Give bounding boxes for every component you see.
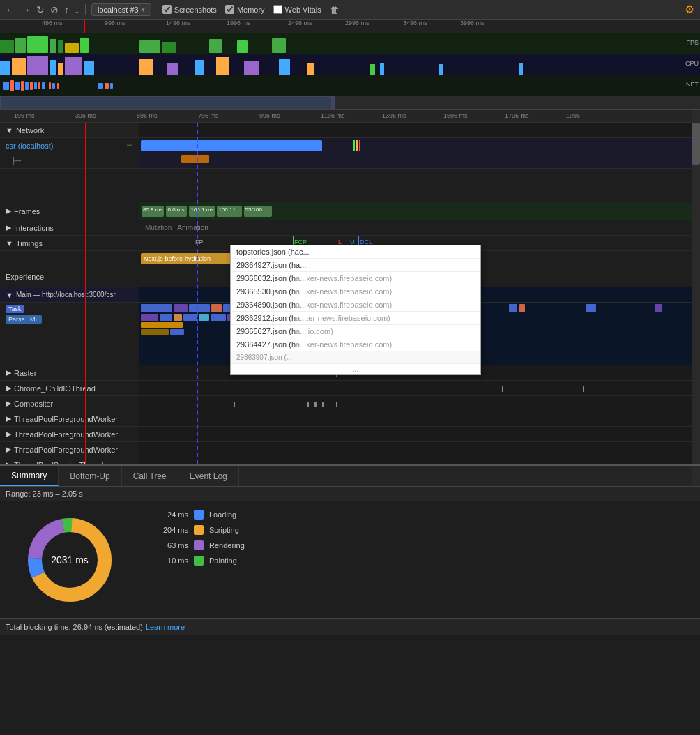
overview-scroll[interactable] [0, 96, 700, 109]
animation-tab[interactable]: Animation [177, 224, 208, 232]
parse-button[interactable]: Parse...ML [6, 315, 42, 324]
tp-content-1 [139, 411, 700, 426]
task-button[interactable]: Task [6, 305, 24, 313]
rendering-color [194, 540, 204, 550]
interactions-row[interactable]: ▶ Interactions Mutation Animation [0, 220, 700, 236]
svg-rect-17 [65, 57, 82, 75]
ts-content [139, 457, 700, 464]
nextjs-bar-text: Next.js-before-hydration [144, 255, 211, 262]
compositor-label[interactable]: ▶ Compositor [0, 397, 139, 409]
svg-rect-60 [183, 314, 197, 321]
dropdown-item-29364927[interactable]: 29364927.json (ha... [231, 259, 480, 272]
interactions-collapse-arrow[interactable]: ▶ [6, 223, 11, 232]
thread-pool-label-2[interactable]: ▶ ThreadPoolForegroundWorker [0, 428, 139, 440]
loading-color [194, 510, 204, 520]
dropdown-item-partial[interactable]: 29363907.json (... [231, 351, 480, 364]
svg-rect-72 [141, 322, 183, 328]
network-collapse-arrow[interactable]: ▼ [6, 126, 13, 135]
ts-expand[interactable]: ▶ [6, 460, 11, 464]
status-bar: Total blocking time: 26.94ms (estimated)… [0, 618, 700, 635]
dropdown-item-29362912[interactable]: 29362912.json (ha...ter-news.firebaseio.… [231, 312, 480, 325]
frames-collapse-arrow[interactable]: ▶ [6, 206, 11, 215]
thread-pool-row-3[interactable]: ▶ ThreadPoolForegroundWorker [0, 442, 700, 457]
frames-label-text: Frames [14, 207, 40, 215]
main-thread-label[interactable]: ▼ Main — http://localhost:3000/csr [0, 289, 139, 301]
raster-expand-arrow[interactable]: ▶ [6, 368, 11, 377]
frames-label[interactable]: ▶ Frames [0, 205, 139, 217]
download-icon[interactable]: ↓ [75, 4, 79, 15]
back-icon[interactable]: ← [6, 4, 15, 15]
interactions-content: Mutation Animation [139, 220, 700, 235]
main-collapse-arrow[interactable]: ▼ [6, 291, 13, 299]
main-playhead [85, 123, 86, 464]
thread-pool-row-2[interactable]: ▶ ThreadPoolForegroundWorker [0, 427, 700, 442]
network-label[interactable]: ▼ Network [0, 125, 139, 136]
chrome-io-row[interactable]: ▶ Chrome_ChildIOThread [0, 381, 700, 396]
thread-pool-row-1[interactable]: ▶ ThreadPoolForegroundWorker [0, 411, 700, 427]
dropdown-item-29365627[interactable]: 29365627.json (ha...lio.com) [231, 325, 480, 338]
screenshots-checkbox-item[interactable]: Screenshots [162, 5, 217, 14]
selection-handle-right[interactable] [331, 97, 334, 111]
tab-summary[interactable]: Summary [0, 466, 59, 486]
url-dropdown-arrow[interactable]: ▾ [142, 6, 145, 13]
svg-rect-78 [509, 304, 517, 312]
reload-icon[interactable]: ↻ [36, 4, 45, 15]
compositor-row[interactable]: ▶ Compositor [0, 396, 700, 411]
memory-checkbox-item[interactable]: Memory [225, 5, 265, 14]
tab-call-tree[interactable]: Call Tree [122, 466, 178, 486]
thread-pool-label-3[interactable]: ▶ ThreadPoolForegroundWorker [0, 444, 139, 455]
timings-collapse-arrow[interactable]: ▼ [6, 239, 13, 248]
timeline-scrollbar[interactable] [692, 123, 700, 464]
dropdown-item-29364427[interactable]: 29364427.json (ha...ker-news.firebaseio.… [231, 338, 480, 351]
network-section-header[interactable]: ▼ Network [0, 123, 700, 138]
dropdown-more: ... [231, 364, 480, 374]
scripting-color [194, 525, 204, 535]
dropdown-item-29366032[interactable]: 29366032.json (ha...ker-news.firebaseio.… [231, 272, 480, 285]
thread-service-row[interactable]: ▶ ThreadPoolServiceThread [0, 457, 700, 464]
svg-rect-20 [167, 63, 178, 75]
tp-expand-2[interactable]: ▶ [6, 430, 11, 439]
json-label-indent: ├─ [0, 156, 139, 166]
scrollbar-thumb[interactable] [692, 123, 700, 165]
dropdown-item-topstories[interactable]: topstories.json (hac... [231, 245, 480, 259]
upload-icon[interactable]: ↑ [64, 4, 69, 15]
timings-label[interactable]: ▼ Timings [0, 238, 139, 249]
mutation-tab[interactable]: Mutation [139, 224, 177, 232]
ruler-tick-5: 2496 ms [288, 20, 312, 26]
learn-more-link[interactable]: Learn more [146, 623, 185, 631]
chrome-io-expand-arrow[interactable]: ▶ [6, 384, 11, 393]
web-vitals-checkbox[interactable] [273, 5, 282, 14]
loading-label: Loading [209, 510, 236, 519]
tab-event-log[interactable]: Event Log [178, 466, 239, 486]
dropdown-item-29365530[interactable]: 29365530.json (ha...ker-news.firebaseio.… [231, 285, 480, 298]
stop-icon[interactable]: ⊘ [50, 4, 59, 15]
ruler-tick-8: 3996 ms [460, 20, 485, 26]
dropdown-item-29364890[interactable]: 29364890.json (ha...ker-news.firebaseio.… [231, 298, 480, 312]
ruler-label-396: 396 ms [75, 112, 96, 119]
tab-bottom-up[interactable]: Bottom-Up [59, 466, 121, 486]
ruler-tick-1: 496 ms [42, 20, 63, 26]
url-bar[interactable]: localhost #3 ▾ [91, 3, 151, 16]
gear-icon[interactable]: ⚙ [685, 3, 694, 16]
toolbar-checkboxes: Screenshots Memory Web Vitals 🗑 [162, 4, 340, 15]
raster-label[interactable]: ▶ Raster [0, 367, 139, 379]
tp-expand-1[interactable]: ▶ [6, 414, 11, 423]
thread-service-label[interactable]: ▶ ThreadPoolServiceThread [0, 459, 139, 464]
svg-rect-40 [52, 83, 55, 89]
screenshots-checkbox[interactable] [162, 5, 172, 14]
interactions-label[interactable]: ▶ Interactions [0, 222, 139, 234]
svg-rect-0 [0, 40, 14, 53]
memory-checkbox[interactable] [225, 5, 234, 14]
tp-text-1: ThreadPoolForegroundWorker [14, 415, 118, 423]
topstories-marker [353, 140, 355, 151]
forward-icon[interactable]: → [21, 4, 31, 15]
web-vitals-checkbox-item[interactable]: Web Vitals [273, 5, 321, 14]
trash-icon[interactable]: 🗑 [330, 4, 340, 15]
network-dropdown[interactable]: topstories.json (hac... 29364927.json (h… [230, 245, 481, 375]
tp-expand-3[interactable]: ▶ [6, 445, 11, 454]
thread-pool-label-1[interactable]: ▶ ThreadPoolForegroundWorker [0, 413, 139, 425]
compositor-expand-arrow[interactable]: ▶ [6, 399, 11, 408]
chrome-io-label[interactable]: ▶ Chrome_ChildIOThread [0, 382, 139, 394]
svg-rect-13 [12, 58, 26, 75]
timeline-selection[interactable] [0, 96, 335, 110]
